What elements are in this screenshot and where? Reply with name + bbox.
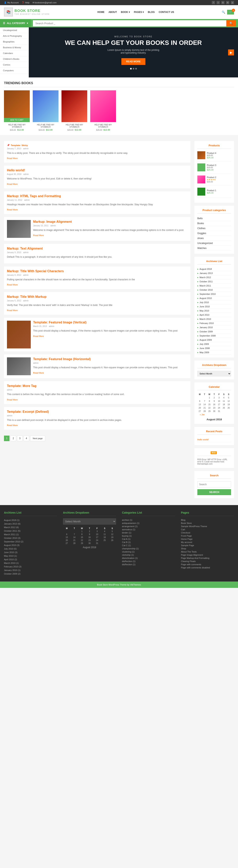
search-button[interactable]: 🔍 <box>226 20 236 26</box>
nav-about[interactable]: ABOUT <box>108 11 117 13</box>
archive-link[interactable]: January 2013 <box>197 272 231 274</box>
footer-page-link[interactable]: Page with comments disabled <box>181 566 210 569</box>
page-btn-next[interactable]: Next page <box>30 436 45 441</box>
archive-link[interactable]: June 2010 <box>197 305 231 308</box>
archive-link[interactable]: October 2009 <box>197 330 231 333</box>
cat-link-belts[interactable]: Belts <box>197 217 203 220</box>
hero-dot-2[interactable] <box>133 68 134 69</box>
footer-archive-select[interactable]: Select Month <box>63 518 116 525</box>
nav-home[interactable]: HOME <box>97 11 104 13</box>
cat-link-watches[interactable]: Watches <box>197 247 206 250</box>
search-input[interactable] <box>33 20 226 26</box>
footer-page-link[interactable]: Checkout <box>181 531 190 534</box>
sidebar-link-uncategorized[interactable]: Uncategorized <box>0 27 29 33</box>
hero-dot-3[interactable] <box>135 68 137 69</box>
sidebar-link-comics[interactable]: Comics <box>0 62 29 67</box>
footer-page-link[interactable]: Cart <box>181 528 185 531</box>
archive-link[interactable]: March 2011 <box>197 284 231 287</box>
archive-link[interactable]: August 2009 <box>197 339 231 341</box>
cat-link-goggles[interactable]: Goggles <box>197 232 206 235</box>
recent-post-link[interactable]: Hello world! <box>197 438 209 441</box>
footer-page-link[interactable]: Sample WordPress Theme <box>181 525 207 528</box>
footer-page-link[interactable]: Book Store <box>181 522 192 524</box>
cal-prev-link[interactable]: « Jan <box>197 413 207 416</box>
read-more-link[interactable]: Read More <box>7 424 18 427</box>
footer-page-link[interactable]: Shop <box>181 547 186 550</box>
archive-link[interactable]: August 2010 <box>197 297 231 300</box>
read-more-link[interactable]: Read More <box>7 283 18 286</box>
footer-page-link[interactable]: Page with comments <box>181 563 201 566</box>
account-link[interactable]: 👤 My Account <box>4 1 19 4</box>
sidebar-link-computers[interactable]: Computers <box>0 68 29 73</box>
archive-link[interactable]: May 2009 <box>197 351 231 353</box>
instagram-icon[interactable]: in <box>222 1 225 4</box>
archive-link[interactable]: October 2010 <box>197 289 231 291</box>
archive-link[interactable]: March 2012 <box>197 276 231 279</box>
archive-link[interactable]: October 2011 <box>197 280 231 283</box>
page-btn-3[interactable]: 3 <box>17 436 23 441</box>
footer-page-link[interactable]: Clearing Floats <box>181 560 196 562</box>
read-more-link[interactable]: Read More <box>33 372 44 374</box>
nav-blog[interactable]: BLOG <box>148 11 155 13</box>
archive-link[interactable]: September 2008 <box>197 335 231 337</box>
hero-read-more-button[interactable]: READ MORE <box>122 58 145 65</box>
footer-page-link[interactable]: Front Page <box>181 535 192 537</box>
page-btn-1[interactable]: 1 <box>4 436 9 441</box>
add-to-cart-1[interactable]: ADD TO CART <box>4 118 30 122</box>
cat-link-clothes[interactable]: Clothes <box>197 227 205 230</box>
linkedin-icon[interactable]: ln <box>226 1 229 4</box>
hero-next-arrow[interactable]: ▶ <box>228 50 234 55</box>
archive-select[interactable]: Select Month <box>197 371 231 376</box>
help-link[interactable]: ❓ Help <box>22 1 30 4</box>
sidebar-link-arts[interactable]: Arts & Photography <box>0 33 29 39</box>
page-btn-4[interactable]: 4 <box>24 436 29 441</box>
facebook-icon[interactable]: f <box>212 1 215 4</box>
footer-page-link[interactable]: My account <box>181 541 192 544</box>
archive-link[interactable]: February 2010 <box>197 322 231 324</box>
read-more-link[interactable]: Read More <box>7 183 18 185</box>
nav-book[interactable]: BOOK ▾ <box>121 11 130 13</box>
twitter-icon[interactable]: t <box>216 1 220 4</box>
archive-link[interactable]: April 2010 <box>197 314 231 316</box>
sidebar-link-calendars[interactable]: Calendars <box>0 51 29 56</box>
archive-link[interactable]: March 2010 <box>197 318 231 320</box>
cat-link-shoes[interactable]: shoes <box>197 237 204 240</box>
footer-cal-day: 19 <box>108 536 116 539</box>
footer-bottom: Book Store WordPress Theme by VikThemes <box>0 582 238 588</box>
footer-page-link[interactable]: Page Image Alignment <box>181 554 203 556</box>
footer-page-link[interactable]: Sample Page <box>181 544 194 547</box>
cart-button[interactable]: 🛒 0 <box>227 10 234 14</box>
archive-link[interactable]: July 2009 <box>197 343 231 345</box>
archive-link[interactable]: June 2008 <box>197 347 231 349</box>
footer-page-link[interactable]: Home Page <box>181 538 193 540</box>
nav-contact[interactable]: CONTACT US <box>159 11 174 13</box>
all-category-btn[interactable]: ☰ ALL CATEGORY ▾ <box>0 19 31 27</box>
page-btn-2[interactable]: 2 <box>10 436 16 441</box>
archive-link[interactable]: January 2010 <box>197 326 231 329</box>
sidebar-link-biographies[interactable]: Biographies <box>0 39 29 44</box>
archive-link[interactable]: August 2018 <box>197 268 231 270</box>
hero-dot-1[interactable] <box>130 68 132 69</box>
sidebar-link-childrens[interactable]: Children's Books <box>0 56 29 62</box>
footer-page-link[interactable]: Blog <box>181 519 185 521</box>
archive-link[interactable]: July 2010 <box>197 301 231 304</box>
sidebar-link-business[interactable]: Business & Money <box>0 45 29 50</box>
read-more-link[interactable]: Read More <box>33 234 44 237</box>
search-submit-button[interactable]: SEARCH <box>197 489 231 495</box>
read-more-link[interactable]: Read More <box>7 309 18 311</box>
read-more-link[interactable]: Read More <box>33 335 44 337</box>
cat-link-uncategorized[interactable]: Uncategorized <box>197 242 213 245</box>
nav-pages[interactable]: PAGES ▾ <box>134 11 144 13</box>
archive-link[interactable]: May 2010 <box>197 310 231 312</box>
read-more-link[interactable]: Read More <box>7 399 18 401</box>
cat-link-books[interactable]: Books <box>197 222 204 225</box>
footer-page-link[interactable]: About The Tests <box>181 551 197 553</box>
read-more-link[interactable]: Read More <box>7 157 18 159</box>
header-search-icon[interactable]: 🔍 <box>222 10 225 14</box>
pinterest-icon[interactable]: p <box>231 1 234 4</box>
read-more-link[interactable]: Read More <box>7 209 18 211</box>
archive-link[interactable]: September 2010 <box>197 293 231 295</box>
footer-page-link[interactable]: Page Markup And Formatting <box>181 557 209 559</box>
email-link[interactable]: ✉ bookstore@gmail.com <box>33 1 57 4</box>
search-field[interactable] <box>197 481 231 488</box>
